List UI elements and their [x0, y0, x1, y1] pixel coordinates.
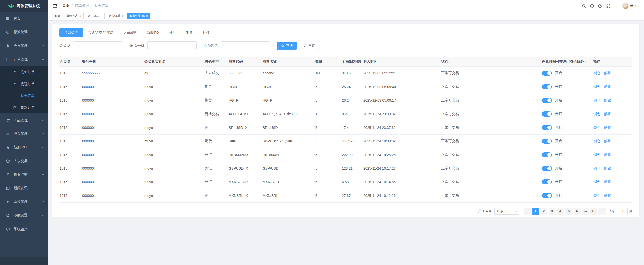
filter-tab[interactable]: 全部类型: [59, 28, 83, 37]
sidebar-item[interactable]: ¥ 投资理财: [0, 168, 48, 181]
breadcrumb-item[interactable]: 订单管理: [69, 4, 89, 8]
unlock-position-button[interactable]: 解锁: [604, 166, 611, 170]
trade-toggle-switch[interactable]: [542, 98, 552, 103]
trade-toggle-switch[interactable]: [542, 166, 552, 171]
sidebar-item[interactable]: 系统管理: [0, 195, 48, 209]
sidebar-item[interactable]: 大宗交易: [0, 154, 48, 168]
page-number-button[interactable]: 12: [590, 208, 597, 215]
page-number-button[interactable]: 2: [540, 208, 547, 215]
prev-page-button[interactable]: ‹: [524, 208, 531, 215]
lock-position-button[interactable]: 锁仓: [593, 71, 600, 75]
cell-member-id: 1015: [59, 121, 82, 134]
sidebar-item[interactable]: 新股IPO: [0, 141, 48, 154]
trade-toggle-switch[interactable]: [542, 111, 552, 117]
username: 若依: [630, 4, 637, 8]
user-menu[interactable]: 若依 ▾: [622, 3, 639, 9]
page-number-button[interactable]: 6: [574, 208, 581, 215]
table-header-cell: 任意时间可交易（锁仓除外）: [542, 57, 593, 66]
goto-page-input[interactable]: [618, 208, 628, 214]
lock-position-button[interactable]: 锁仓: [593, 85, 600, 89]
page-number-button[interactable]: •••: [582, 208, 589, 215]
breadcrumb-item[interactable]: 首页: [62, 4, 69, 8]
trade-toggle-switch[interactable]: [542, 125, 552, 130]
breadcrumb-item[interactable]: 持仓订单: [89, 4, 109, 8]
trade-toggle-switch[interactable]: [542, 152, 552, 157]
trade-toggle-switch[interactable]: [542, 139, 552, 144]
close-icon[interactable]: ×: [146, 15, 148, 18]
tag-item[interactable]: 指数列表 ×: [64, 13, 84, 19]
unlock-position-button[interactable]: 解锁: [604, 85, 611, 89]
sidebar-item[interactable]: 贷款订单: [0, 102, 48, 113]
next-page-button[interactable]: ›: [598, 208, 606, 215]
page-number-button[interactable]: 3: [549, 208, 556, 215]
close-icon[interactable]: ×: [122, 15, 124, 18]
tag-item[interactable]: 充值订单 ×: [106, 13, 126, 19]
filter-tab[interactable]: 大宗成交: [118, 28, 142, 37]
trade-toggle-switch[interactable]: [542, 71, 552, 76]
unlock-position-button[interactable]: 解锁: [604, 71, 611, 75]
close-icon[interactable]: ×: [101, 15, 102, 18]
app-root: 若依管理系统 首页 指数管理 会员管理: [0, 0, 644, 265]
lock-position-button[interactable]: 锁仓: [593, 98, 600, 102]
sidebar-item[interactable]: 参数设置: [0, 209, 48, 222]
cell-actions: 锁仓 解锁: [593, 162, 632, 175]
sidebar-item[interactable]: 系统监控: [0, 222, 48, 236]
search-input[interactable]: [147, 41, 197, 50]
sidebar-item[interactable]: 产品管理: [0, 113, 48, 127]
trade-toggle-switch[interactable]: [542, 84, 552, 89]
lock-position-button[interactable]: 锁仓: [593, 153, 600, 157]
filter-tab[interactable]: 新股IPO: [142, 28, 164, 37]
sidebar-item[interactable]: 新闻资讯: [0, 181, 48, 195]
lock-position-button[interactable]: 锁仓: [593, 180, 600, 184]
query-button[interactable]: 查询: [277, 42, 297, 50]
page-size-select[interactable]: 10条/页 ▾: [494, 208, 519, 215]
search-input[interactable]: [73, 41, 122, 50]
sidebar: 若依管理系统 首页 指数管理 会员管理: [0, 0, 48, 265]
tag-item[interactable]: 持仓订单 ×: [127, 13, 150, 19]
lock-position-button[interactable]: 锁仓: [593, 166, 600, 170]
sidebar-item[interactable]: 指数管理: [0, 25, 48, 39]
unlock-position-button[interactable]: 解锁: [604, 112, 611, 116]
unlock-position-button[interactable]: 解锁: [604, 98, 611, 102]
trade-toggle-switch[interactable]: [542, 179, 552, 184]
sidebar-item[interactable]: 首页: [0, 12, 48, 25]
tag-item[interactable]: 首页 ×: [52, 13, 62, 19]
help-icon[interactable]: ?: [598, 4, 602, 8]
unlock-position-button[interactable]: 解锁: [604, 180, 611, 184]
unlock-position-button[interactable]: 解锁: [604, 139, 611, 143]
github-icon[interactable]: [590, 4, 594, 8]
tag-item[interactable]: 会员列表 ×: [85, 13, 105, 19]
close-icon[interactable]: ×: [79, 15, 81, 18]
filter-tab[interactable]: 外汇: [164, 28, 181, 37]
sidebar-item[interactable]: 会员管理: [0, 39, 48, 53]
lock-position-button[interactable]: 锁仓: [593, 139, 600, 143]
filter-tab[interactable]: 普通(含空单)交易: [83, 28, 118, 37]
font-size-icon[interactable]: TT: [614, 4, 619, 8]
sidebar-item[interactable]: 股票管理: [0, 127, 48, 141]
cell-amount: 6.58: [342, 175, 363, 189]
page-number-button[interactable]: 5: [565, 208, 572, 215]
sidebar-item-icon: [13, 94, 17, 98]
lock-position-button[interactable]: 锁仓: [593, 125, 600, 129]
sidebar-item[interactable]: ¥ 充值订单: [0, 66, 48, 78]
fullscreen-icon[interactable]: [606, 4, 611, 8]
trade-toggle-switch[interactable]: [542, 193, 552, 198]
sidebar-item[interactable]: 持仓订单: [0, 90, 48, 102]
filter-tab[interactable]: 期货: [181, 28, 198, 37]
unlock-position-button[interactable]: 解锁: [604, 193, 611, 197]
lock-position-button[interactable]: 锁仓: [593, 193, 600, 197]
page-number-button[interactable]: 4: [557, 208, 564, 215]
search-icon[interactable]: [582, 4, 586, 8]
sidebar-collapse-icon[interactable]: [51, 2, 58, 9]
sidebar-item-label: 股票管理: [14, 132, 28, 136]
filter-tab[interactable]: 国债: [198, 28, 215, 37]
sidebar-item[interactable]: 订单管理: [0, 53, 48, 66]
lock-position-button[interactable]: 锁仓: [593, 112, 600, 116]
cell-hold-type: 大宗成交: [205, 66, 229, 80]
page-number-button[interactable]: 1: [532, 208, 539, 215]
unlock-position-button[interactable]: 解锁: [604, 125, 611, 129]
reset-button[interactable]: 重置: [300, 42, 319, 50]
unlock-position-button[interactable]: 解锁: [604, 153, 611, 157]
sidebar-item[interactable]: ¥ 提现订单: [0, 78, 48, 90]
search-input[interactable]: [221, 41, 270, 50]
